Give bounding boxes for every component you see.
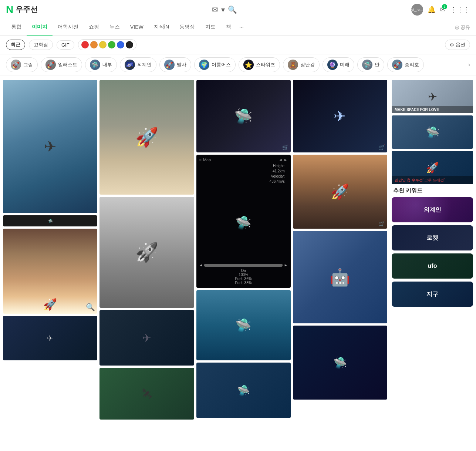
tab-뉴스[interactable]: 뉴스 xyxy=(104,19,125,36)
color-yellow[interactable] xyxy=(99,41,107,48)
cat-thumb-내부: 🛸 xyxy=(90,60,100,70)
image-item[interactable]: 🛰 xyxy=(99,368,194,420)
cat-스타워즈[interactable]: ⭐ 스타워즈 xyxy=(239,57,280,72)
sidebar-image-3[interactable]: 🚀 민간인 첫 우주선 '크루 드래건' xyxy=(392,151,473,184)
search-query-text: 우주선 xyxy=(16,4,38,14)
color-red[interactable] xyxy=(81,41,89,48)
image-item[interactable]: 🚀 🔍 xyxy=(3,229,97,314)
right-sidebar: ✈ MAKE SPACE FOR LOVE 🛸 🚀 민간인 첫 우주선 '크루 … xyxy=(392,80,473,420)
cat-미래[interactable]: 🔮 미래 xyxy=(323,57,354,72)
naver-logo[interactable]: N xyxy=(6,4,13,15)
keyword-item-로켓[interactable]: 로켓 xyxy=(392,225,473,250)
filter-gif[interactable]: GIF xyxy=(57,40,74,50)
tab-지도[interactable]: 지도 xyxy=(200,19,221,36)
cat-그림[interactable]: 🚀 그림 xyxy=(6,57,38,72)
cat-외계인[interactable]: 🌌 외계인 xyxy=(120,57,156,72)
filter-recent[interactable]: 최근 xyxy=(6,40,25,50)
image-col-2: 🚀 🚀 ✈ 🛰 xyxy=(99,80,194,420)
image-col-4: ✈ 🛒 🚀 🛒 🤖 🛸 xyxy=(293,80,387,420)
mail-icon[interactable]: ✉ 1 xyxy=(440,6,446,14)
cat-label-안: 안 xyxy=(375,61,379,68)
image-item[interactable]: ✈ xyxy=(99,310,194,366)
image-item[interactable]: 🛸 xyxy=(293,326,387,400)
cat-장난감[interactable]: 🧸 장난감 xyxy=(283,57,320,72)
image-item[interactable]: 🛸 xyxy=(3,215,97,226)
option-label: 옵션 xyxy=(456,41,465,48)
cat-label-그림: 그림 xyxy=(23,61,33,68)
image-item[interactable]: 🛸 xyxy=(196,290,291,360)
cart-icon[interactable]: 🛒 xyxy=(282,144,288,150)
cat-thumb-그림: 🚀 xyxy=(11,60,21,70)
image-item[interactable]: 🚀 xyxy=(99,197,194,308)
share-circle-icon: ◎ xyxy=(455,24,459,30)
sidebar-text-1: MAKE SPACE FOR LOVE xyxy=(392,106,473,113)
color-blue[interactable] xyxy=(117,41,124,48)
color-black[interactable] xyxy=(126,41,133,48)
cat-발사[interactable]: 🚀 발사 xyxy=(159,57,191,72)
share-label: 공유 xyxy=(460,24,470,31)
compose-icon[interactable]: ✉ xyxy=(212,5,218,14)
image-grid: ✈ 🛸 🚀 🔍 ✈ 🚀 xyxy=(3,80,387,420)
cat-label-장난감: 장난감 xyxy=(300,61,315,68)
logo-area: N 우주선 xyxy=(6,4,38,15)
image-item[interactable]: 🤖 xyxy=(293,231,387,323)
sidebar-image-1[interactable]: ✈ MAKE SPACE FOR LOVE xyxy=(392,80,473,113)
cart-icon[interactable]: 🛒 xyxy=(379,221,385,226)
avatar[interactable]: yt_sr... xyxy=(411,4,423,16)
image-item[interactable]: ✈ 🛒 xyxy=(293,80,387,152)
category-bar: 🚀 그림 🚀 일러스트 🛸 내부 🌌 외계인 🚀 발사 🌍 어릉어스 ⭐ 스타워… xyxy=(0,54,476,75)
image-item[interactable]: 🚀 xyxy=(99,80,194,195)
cat-일러스트[interactable]: 🚀 일러스트 xyxy=(41,57,82,72)
cat-thumb-스타워즈: ⭐ xyxy=(243,60,254,70)
color-filter-strip xyxy=(78,39,136,50)
cat-내부[interactable]: 🛸 내부 xyxy=(85,57,117,72)
filter-quality[interactable]: 고화질 xyxy=(29,40,53,50)
cart-icon[interactable]: 🛒 xyxy=(379,144,385,150)
header-center: ✉ ▾ 🔍 xyxy=(42,5,407,14)
image-item[interactable]: 🚀 🛒 xyxy=(293,155,387,229)
image-item[interactable]: ✈ xyxy=(3,80,97,213)
cat-thumb-안: 🛸 xyxy=(362,60,372,70)
tab-쇼핑[interactable]: 쇼핑 xyxy=(84,19,104,36)
mail-badge: 1 xyxy=(442,4,447,9)
cat-label-승리호: 승리호 xyxy=(405,61,419,68)
color-green[interactable] xyxy=(108,41,115,48)
keyword-item-외계인[interactable]: 외계인 xyxy=(392,197,473,222)
keyword-section: 추천 키워드 외계인 로켓 ufo 지구 xyxy=(392,187,473,307)
image-item[interactable]: 🛸 🛒 xyxy=(196,80,291,152)
tab-동영상[interactable]: 동영상 xyxy=(174,19,200,36)
cat-안[interactable]: 🛸 안 xyxy=(357,57,384,72)
category-next-arrow[interactable]: › xyxy=(468,61,470,68)
cat-승리호[interactable]: 🚀 승리호 xyxy=(387,57,424,72)
image-item[interactable]: 🛸 xyxy=(196,363,291,418)
cat-thumb-미래: 🔮 xyxy=(327,60,338,70)
cat-어릉어스[interactable]: 🌍 어릉어스 xyxy=(194,57,236,72)
tab-이미지[interactable]: 이미지 xyxy=(27,19,53,36)
option-button[interactable]: ⚙ 옵션 xyxy=(445,40,470,50)
sidebar-text-3: 민간인 첫 우주선 '크루 드래건' xyxy=(392,176,473,184)
keyword-item-ufo[interactable]: ufo xyxy=(392,253,473,279)
tab-어학사전[interactable]: 어학사전 xyxy=(53,19,84,36)
main-content: ✈ 🛸 🚀 🔍 ✈ 🚀 xyxy=(0,75,476,424)
apps-grid-icon[interactable]: ⋮⋮⋮ xyxy=(450,6,470,14)
tab-통합[interactable]: 통합 xyxy=(6,19,27,36)
dropdown-icon[interactable]: ▾ xyxy=(221,5,225,14)
cat-thumb-승리호: 🚀 xyxy=(392,60,402,70)
notification-bell-icon[interactable]: 🔔 xyxy=(428,6,436,14)
image-item[interactable]: ✈ xyxy=(3,316,97,360)
cat-label-외계인: 외계인 xyxy=(137,61,152,68)
color-orange[interactable] xyxy=(90,41,98,48)
cat-label-스타워즈: 스타워즈 xyxy=(256,61,275,68)
cat-thumb-발사: 🚀 xyxy=(164,60,175,70)
tab-책[interactable]: 책 xyxy=(221,19,236,36)
sidebar-image-2[interactable]: 🛸 xyxy=(392,115,473,149)
image-item[interactable]: ≡Map ◄ ► Height:41.2kmVelocity:436.4m/s … xyxy=(196,155,291,288)
tab-지식iN[interactable]: 지식iN xyxy=(149,19,174,36)
share-button[interactable]: ◎ 공유 xyxy=(455,24,470,31)
keyword-item-지구[interactable]: 지구 xyxy=(392,282,473,307)
tab-more[interactable]: ··· xyxy=(236,19,247,36)
tab-VIEW[interactable]: VIEW xyxy=(125,19,149,36)
search-icon[interactable]: 🔍 xyxy=(228,5,237,14)
image-col-1: ✈ 🛸 🚀 🔍 ✈ xyxy=(3,80,97,420)
nav-tabs: 통합 이미지 어학사전 쇼핑 뉴스 VIEW 지식iN 동영상 지도 책 ···… xyxy=(0,19,476,36)
